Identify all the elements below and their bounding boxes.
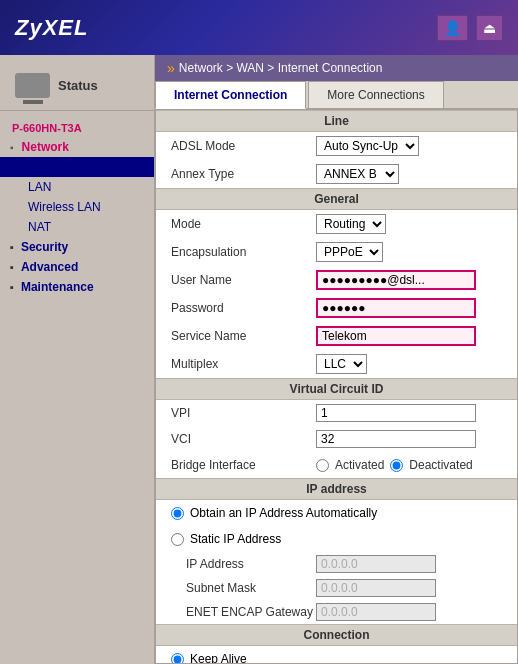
logout-icon-btn[interactable]: ⏏ [476,15,503,41]
bridge-interface-label: Bridge Interface [171,458,316,472]
annex-type-select[interactable]: ANNEX B ANNEX A ANNEX M [316,164,399,184]
content: » Network > WAN > Internet Connection In… [155,55,518,664]
service-name-input[interactable] [316,326,476,346]
vci-input[interactable] [316,430,476,448]
sidebar-item-nat[interactable]: NAT [0,217,154,237]
sidebar-item-advanced[interactable]: ▪ Advanced [0,257,154,277]
mode-label: Mode [171,217,316,231]
subnet-mask-input[interactable] [316,579,436,597]
network-expand-icon: ▪ [10,142,14,153]
encapsulation-select[interactable]: PPPoE PPPoA IPoE [316,242,383,262]
header: ZyXEL 👤 ⏏ [0,0,518,55]
sidebar-item-wireless-lan[interactable]: Wireless LAN [0,197,154,217]
subnet-mask-row: Subnet Mask [156,576,517,600]
header-icons: 👤 ⏏ [437,15,503,41]
tab-bar: Internet Connection More Connections [155,81,518,109]
security-label: Security [21,240,68,254]
vpi-row: VPI [156,400,517,426]
nat-label: NAT [28,220,51,234]
advanced-label: Advanced [21,260,78,274]
sidebar-item-lan[interactable]: LAN [0,177,154,197]
keep-alive-radio[interactable] [171,653,184,665]
wan-label: WAN [28,160,56,174]
vpi-input[interactable] [316,404,476,422]
keep-alive-row: Keep Alive [156,646,517,664]
gateway-row: ENET ENCAP Gateway [156,600,517,624]
bridge-interface-row: Bridge Interface Activated Deactivated [156,452,517,478]
security-plus-icon: ▪ [10,241,14,253]
user-icon: 👤 [444,20,461,36]
adsl-mode-row: ADSL Mode Auto Sync-Up ADSL2+ ADSL2 ADSL [156,132,517,160]
static-ip-radio[interactable] [171,533,184,546]
username-label: User Name [171,273,316,287]
maintenance-label: Maintenance [21,280,94,294]
ip-address-input[interactable] [316,555,436,573]
activated-label: Activated [335,458,384,472]
password-row: Password [156,294,517,322]
logout-icon: ⏏ [483,20,496,36]
device-label: P-660HN-T3A [0,119,154,137]
vci-row: VCI [156,426,517,452]
tab-internet-connection[interactable]: Internet Connection [155,81,306,109]
multiplex-label: Multiplex [171,357,316,371]
vci-control [316,430,502,448]
multiplex-select[interactable]: LLC VC [316,354,367,374]
service-name-control [316,326,502,346]
sidebar: Status P-660HN-T3A ▪ Network WAN LAN Wir… [0,55,155,664]
gateway-input[interactable] [316,603,436,621]
annex-type-control: ANNEX B ANNEX A ANNEX M [316,164,502,184]
username-input[interactable] [316,270,476,290]
mode-control: Routing Bridge [316,214,502,234]
bridge-deactivated-radio[interactable] [390,459,403,472]
obtain-ip-label: Obtain an IP Address Automatically [190,506,377,520]
section-header-general: General [156,188,517,210]
service-name-row: Service Name [156,322,517,350]
multiplex-row: Multiplex LLC VC [156,350,517,378]
network-label: Network [22,140,69,154]
encapsulation-control: PPPoE PPPoA IPoE [316,242,502,262]
section-header-ip: IP address [156,478,517,500]
status-label: Status [58,78,98,93]
keep-alive-label: Keep Alive [190,652,247,664]
adsl-mode-control: Auto Sync-Up ADSL2+ ADSL2 ADSL [316,136,502,156]
ip-address-label: IP Address [186,557,316,571]
sidebar-item-maintenance[interactable]: ▪ Maintenance [0,277,154,297]
router-icon [15,73,50,98]
breadcrumb: » Network > WAN > Internet Connection [155,55,518,81]
breadcrumb-path: Network > WAN > Internet Connection [179,61,383,75]
section-header-vc: Virtual Circuit ID [156,378,517,400]
advanced-plus-icon: ▪ [10,261,14,273]
username-control [316,270,502,290]
sidebar-item-security[interactable]: ▪ Security [0,237,154,257]
obtain-ip-radio[interactable] [171,507,184,520]
adsl-mode-label: ADSL Mode [171,139,316,153]
service-name-label: Service Name [171,329,316,343]
bridge-activated-radio[interactable] [316,459,329,472]
subnet-mask-label: Subnet Mask [186,581,316,595]
vpi-label: VPI [171,406,316,420]
ip-option-auto: Obtain an IP Address Automatically [156,500,517,526]
tab-more-connections[interactable]: More Connections [308,81,443,108]
bridge-interface-control: Activated Deactivated [316,458,502,472]
password-label: Password [171,301,316,315]
sidebar-status: Status [0,65,154,111]
sidebar-item-wan[interactable]: WAN [0,157,154,177]
adsl-mode-select[interactable]: Auto Sync-Up ADSL2+ ADSL2 ADSL [316,136,419,156]
ip-address-row: IP Address [156,552,517,576]
mode-row: Mode Routing Bridge [156,210,517,238]
mode-select[interactable]: Routing Bridge [316,214,386,234]
ip-option-static: Static IP Address [156,526,517,552]
logo: ZyXEL [15,15,88,41]
section-header-line: Line [156,110,517,132]
encapsulation-label: Encapsulation [171,245,316,259]
user-icon-btn[interactable]: 👤 [437,15,468,41]
form-content: Line ADSL Mode Auto Sync-Up ADSL2+ ADSL2… [155,109,518,664]
section-header-connection: Connection [156,624,517,646]
password-control [316,298,502,318]
lan-label: LAN [28,180,51,194]
multiplex-control: LLC VC [316,354,502,374]
gateway-label: ENET ENCAP Gateway [186,605,316,619]
sidebar-item-network[interactable]: ▪ Network [0,137,154,157]
deactivated-label: Deactivated [409,458,472,472]
password-input[interactable] [316,298,476,318]
